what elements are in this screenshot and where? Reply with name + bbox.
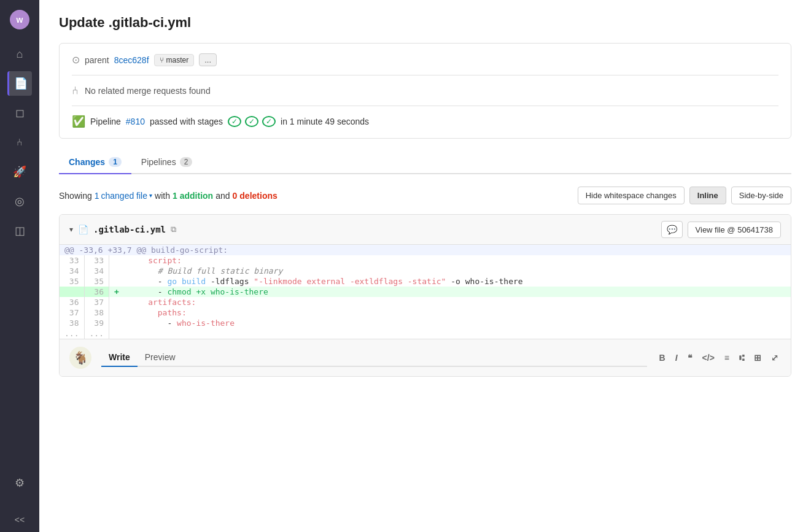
changed-file-dropdown-icon: ▾ [149, 192, 152, 199]
quote-button[interactable]: ❝ [685, 350, 695, 365]
diff-table: @@ -33,6 +33,7 @@ build-go-script: 33 33… [60, 245, 791, 339]
parent-row: ⊙ parent 8cec628f ⑂ master ... [72, 53, 778, 66]
old-line-num: 38 [60, 318, 84, 328]
new-line-num: 33 [84, 255, 109, 266]
diff-sign: + [109, 287, 123, 297]
pipeline-time-text: in 1 minute 49 seconds [281, 117, 369, 126]
table-row: 37 38 paths: [60, 307, 791, 318]
side-by-side-button[interactable]: Side-by-side [731, 187, 791, 204]
old-line-num: ... [60, 328, 84, 339]
avatar[interactable]: w [10, 10, 29, 29]
diff-hunk-header: @@ -33,6 +33,7 @@ build-go-script: [60, 245, 791, 255]
diff-line-content: # Build full static binary [124, 266, 791, 276]
parent-hash-link[interactable]: 8cec628f [114, 55, 149, 65]
sidebar-item-settings[interactable]: ⚙ [7, 471, 32, 495]
comment-bar: 🐐 Write Preview B I ❝ </> ≡ ⑆ ⊞ ⤢ [60, 339, 791, 376]
diff-line-content: paths: [124, 307, 791, 318]
stage-check-1: ✓ [228, 116, 241, 127]
commit-icon: ⊙ [72, 54, 80, 66]
pipeline-passed-text: passed with stages [150, 117, 223, 126]
old-line-num: 34 [60, 266, 84, 276]
changed-file-link[interactable]: 1 changed file ▾ [95, 191, 152, 201]
diff-hunk-row: @@ -33,6 +33,7 @@ build-go-script: [60, 245, 791, 255]
diff-sign [109, 307, 123, 318]
deletion-count: 0 [233, 191, 238, 201]
stage-check-3: ✓ [262, 116, 276, 127]
sidebar-item-issues[interactable]: ◻ [7, 101, 32, 125]
sidebar-item-merge-requests[interactable]: ⑃ [7, 130, 32, 155]
old-line-num: 36 [60, 297, 84, 307]
tab-changes-label: Changes [69, 157, 105, 167]
comment-write-tab[interactable]: Write [101, 349, 138, 367]
diff-line-content: script: [124, 255, 791, 266]
comment-button[interactable]: 💬 [661, 221, 683, 238]
old-line-num: 35 [60, 276, 84, 287]
main-content: Update .gitlab-ci.yml ⊙ parent 8cec628f … [39, 0, 811, 532]
tab-changes[interactable]: Changes 1 [59, 151, 131, 174]
bold-button[interactable]: B [657, 350, 668, 365]
sidebar-item-snippets[interactable]: ◫ [7, 218, 32, 243]
copy-path-button[interactable]: ⧉ [171, 225, 176, 234]
tab-pipelines-label: Pipelines [141, 157, 176, 167]
old-line-num [60, 287, 84, 297]
new-line-num: 34 [84, 266, 109, 276]
diff-sign [109, 318, 123, 328]
link-button[interactable]: ⊞ [751, 350, 764, 365]
showing-prefix: Showing [59, 191, 92, 201]
hide-whitespace-button[interactable]: Hide whitespace changes [578, 187, 685, 204]
comment-input-area: Write Preview [101, 349, 647, 367]
more-options-button[interactable]: ... [199, 53, 217, 66]
tab-pipelines[interactable]: Pipelines 2 [131, 151, 203, 174]
page-title: Update .gitlab-ci.yml [59, 15, 791, 31]
diff-toggle-button[interactable]: ▾ [69, 225, 73, 234]
diff-header: ▾ 📄 .gitlab-ci.yml ⧉ 💬 View file @ 50641… [60, 215, 791, 245]
table-row: 36 + - chmod +x who-is-there [60, 287, 791, 297]
new-line-num: 39 [84, 318, 109, 328]
commit-tabs: Changes 1 Pipelines 2 [59, 151, 791, 174]
pipeline-link[interactable]: #810 [126, 117, 145, 126]
new-line-num: 37 [84, 297, 109, 307]
sidebar-collapse-button[interactable]: << [7, 507, 32, 532]
sidebar-item-analytics[interactable]: ◎ [7, 189, 32, 214]
code-button[interactable]: </> [700, 350, 717, 365]
view-file-button[interactable]: View file @ 50641738 [688, 222, 781, 238]
sidebar-item-repository[interactable]: 📄 [7, 71, 32, 96]
branch-badge[interactable]: ⑂ master [154, 54, 195, 66]
no-mr-text: No related merge requests found [85, 86, 211, 96]
diff-line-content: - who-is-there [124, 318, 791, 328]
numbered-list-button[interactable]: ⑆ [737, 350, 747, 365]
diff-header-left: ▾ 📄 .gitlab-ci.yml ⧉ [69, 225, 176, 234]
sidebar-item-home[interactable]: ⌂ [7, 42, 32, 66]
diff-sign [109, 266, 123, 276]
commenter-avatar: 🐐 [69, 347, 91, 369]
tab-changes-badge: 1 [109, 157, 122, 167]
diff-controls: Hide whitespace changes Inline Side-by-s… [578, 187, 791, 204]
diff-ellipsis-row: ... ... [60, 328, 791, 339]
table-row: 38 39 - who-is-there [60, 318, 791, 328]
tab-pipelines-badge: 2 [180, 157, 193, 167]
commit-info-card: ⊙ parent 8cec628f ⑂ master ... ⑃ No rela… [59, 43, 791, 139]
old-line-num: 33 [60, 255, 84, 266]
sidebar-item-cicd[interactable]: 🚀 [7, 160, 32, 184]
table-row: 33 33 script: [60, 255, 791, 266]
branch-icon: ⑂ [160, 56, 164, 64]
diff-sign [109, 328, 123, 339]
changed-count: 1 [95, 191, 99, 201]
italic-button[interactable]: I [673, 350, 680, 365]
fullscreen-button[interactable]: ⤢ [769, 350, 781, 365]
addition-label: addition [180, 191, 213, 201]
file-name: .gitlab-ci.yml [93, 225, 166, 234]
pipeline-label: Pipeline [90, 117, 121, 126]
and-label: and [215, 191, 230, 201]
changed-label: changed file [101, 191, 148, 201]
inline-button[interactable]: Inline [689, 187, 726, 204]
comment-preview-tab[interactable]: Preview [138, 349, 183, 367]
sidebar: w ⌂ 📄 ◻ ⑃ 🚀 ◎ ◫ ⚙ << [0, 0, 39, 532]
diff-sign [109, 297, 123, 307]
showing-left: Showing 1 changed file ▾ with 1 addition… [59, 191, 277, 201]
bullet-list-button[interactable]: ≡ [722, 350, 732, 365]
diff-line-content: artifacts: [124, 297, 791, 307]
table-row: 36 37 artifacts: [60, 297, 791, 307]
pipeline-status-icon: ✅ [72, 115, 85, 128]
new-line-num: 35 [84, 276, 109, 287]
